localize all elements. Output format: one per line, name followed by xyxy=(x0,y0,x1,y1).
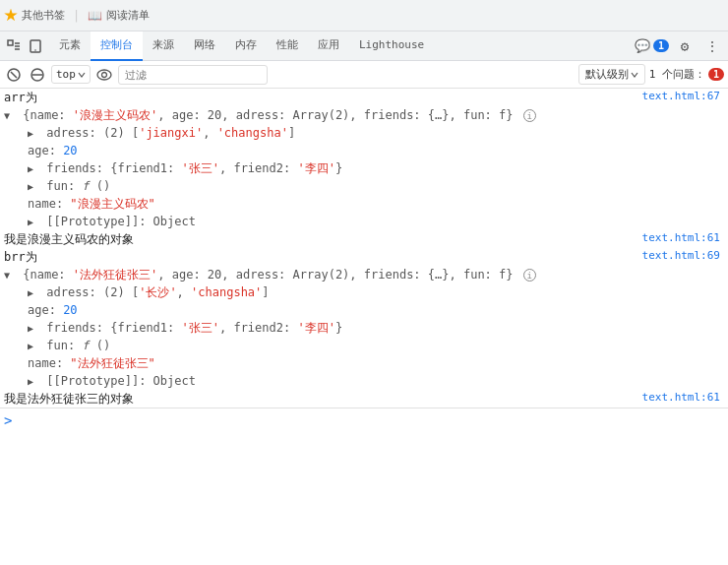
fun-expand-arrow[interactable] xyxy=(28,179,37,189)
reading-mode-icon: 📖 xyxy=(88,9,102,23)
svg-line-7 xyxy=(11,72,17,78)
tab-console[interactable]: 控制台 xyxy=(91,31,143,61)
friends2-row: friends: {friend1: '张三', friend2: '李四'} … xyxy=(0,319,728,337)
console-toolbar-right: 默认级别 1 个问题： 1 xyxy=(578,64,724,85)
friends-expand-arrow[interactable] xyxy=(28,161,37,171)
arr-label: arr为 xyxy=(4,91,37,104)
tab-memory[interactable]: 内存 xyxy=(225,31,267,61)
arr-obj-row: {name: '浪漫主义码农', age: 20, adress: Array(… xyxy=(0,106,728,124)
message-badge-area: 💬 1 xyxy=(635,38,669,53)
info-icon-1[interactable]: i xyxy=(523,109,536,122)
name-row: name: "浪漫主义码农" _ xyxy=(0,195,728,213)
brr-obj-source: _ xyxy=(639,266,728,280)
prototype1-row: [[Prototype]]: Object _ xyxy=(0,213,728,230)
tab-application[interactable]: 应用 xyxy=(308,31,349,61)
adress2-row: adress: (2) ['长沙', 'changsha'] _ xyxy=(0,283,728,301)
fun-row: fun: f () _ xyxy=(0,177,728,195)
svg-rect-0 xyxy=(8,40,13,45)
eye-button[interactable] xyxy=(94,65,114,85)
device-icon[interactable] xyxy=(26,36,45,56)
arr-name-val: '浪漫主义码农' xyxy=(73,108,157,122)
no-entry-button[interactable] xyxy=(28,65,47,85)
prototype1-expand-arrow[interactable] xyxy=(28,215,37,224)
name2-source: _ xyxy=(639,354,728,368)
brr-expand-arrow[interactable] xyxy=(4,268,14,278)
msg1-source[interactable]: text.html:61 xyxy=(639,230,728,244)
svg-point-5 xyxy=(34,49,36,51)
console-prompt: > xyxy=(0,408,728,432)
top-bar: 其他书签 | 📖 阅读清单 xyxy=(0,0,728,31)
prompt-symbol: > xyxy=(4,412,12,428)
prototype2-source: _ xyxy=(639,372,728,386)
name-source: _ xyxy=(639,195,728,209)
tab-lighthouse[interactable]: Lighthouse xyxy=(349,31,434,61)
console-toolbar: top 默认级别 1 个问题： 1 xyxy=(0,61,728,89)
bookmark-star-icon xyxy=(4,9,18,23)
arr-label-row: arr为 text.html:67 xyxy=(0,89,728,106)
main-area: top 默认级别 1 个问题： 1 arr为 text.h xyxy=(0,61,728,565)
msg1-text: 我是浪漫主义码农的对象 xyxy=(4,232,134,246)
devtools-tab-right: 💬 1 ⚙ ⋮ xyxy=(635,34,724,58)
divider: | xyxy=(73,9,80,23)
filter-input[interactable] xyxy=(118,65,268,85)
arr-name-key: name: xyxy=(30,108,72,122)
message-icon: 💬 xyxy=(635,38,650,53)
issues-count-badge: 1 xyxy=(708,68,724,81)
bookmark-label: 其他书签 xyxy=(22,8,65,23)
context-dropdown[interactable]: top xyxy=(51,65,91,84)
brr-obj-row: {name: '法外狂徒张三', age: 20, adress: Array(… xyxy=(0,266,728,283)
clear-console-button[interactable] xyxy=(4,65,24,85)
level-dropdown[interactable]: 默认级别 xyxy=(578,64,645,85)
fun2-row: fun: f () _ xyxy=(0,337,728,354)
age2-row: age: 20 _ xyxy=(0,301,728,319)
issues-area: 1 个问题： 1 xyxy=(649,67,724,82)
prototype1-source: _ xyxy=(639,213,728,226)
brr-label-row: brr为 text.html:69 xyxy=(0,248,728,266)
msg2-source[interactable]: text.html:61 xyxy=(639,390,728,404)
fun2-expand-arrow[interactable] xyxy=(28,339,37,348)
arr-source[interactable]: text.html:67 xyxy=(639,89,728,102)
arr-expand-arrow[interactable] xyxy=(4,108,14,118)
adress-expand-arrow[interactable] xyxy=(28,126,37,136)
devtools-tabs: 元素 控制台 来源 网络 内存 性能 应用 Lighthouse 💬 1 ⚙ ⋮ xyxy=(0,31,728,61)
tab-performance[interactable]: 性能 xyxy=(267,31,308,61)
adress-source: _ xyxy=(639,124,728,138)
arr-obj-source: _ xyxy=(639,106,728,120)
friends2-source: _ xyxy=(639,319,728,333)
tab-elements[interactable]: 元素 xyxy=(49,31,91,61)
age2-source: _ xyxy=(639,301,728,315)
adress2-source: _ xyxy=(639,283,728,297)
inspect-icon[interactable] xyxy=(4,36,24,56)
eye-icon xyxy=(96,69,112,81)
fun-source: _ xyxy=(639,177,728,191)
prototype2-expand-arrow[interactable] xyxy=(28,374,37,384)
svg-point-11 xyxy=(101,72,106,77)
msg2-text: 我是法外狂徒张三的对象 xyxy=(4,392,134,406)
tab-network[interactable]: 网络 xyxy=(184,31,225,61)
settings-button[interactable]: ⚙ xyxy=(673,34,697,58)
age-row: age: 20 _ xyxy=(0,142,728,159)
console-toolbar-left: top xyxy=(4,65,268,85)
age-val: 20 xyxy=(63,144,77,157)
friends-row: friends: {friend1: '张三', friend2: '李四'} … xyxy=(0,159,728,177)
msg1-row: 我是浪漫主义码农的对象 text.html:61 xyxy=(0,230,728,248)
more-button[interactable]: ⋮ xyxy=(700,34,724,58)
friends-source: _ xyxy=(639,159,728,173)
tab-sources[interactable]: 来源 xyxy=(143,31,184,61)
level-chevron-icon xyxy=(631,71,638,79)
svg-point-10 xyxy=(97,70,111,80)
age-source: _ xyxy=(639,142,728,156)
prototype2-row: [[Prototype]]: Object _ xyxy=(0,372,728,390)
chevron-down-icon xyxy=(78,71,86,79)
info-icon-2[interactable]: i xyxy=(523,269,536,282)
brr-source[interactable]: text.html:69 xyxy=(639,248,728,262)
console-body: arr为 text.html:67 {name: '浪漫主义码农', age: … xyxy=(0,89,728,565)
adress-row: adress: (2) ['jiangxi', 'changsha'] _ xyxy=(0,124,728,142)
name2-row: name: "法外狂徒张三" _ xyxy=(0,354,728,372)
adress2-expand-arrow[interactable] xyxy=(28,285,37,295)
brr-label: brr为 xyxy=(4,250,37,264)
bookmark-area: 其他书签 | 📖 阅读清单 xyxy=(4,8,150,23)
reading-mode-label: 阅读清单 xyxy=(106,8,150,23)
friends2-expand-arrow[interactable] xyxy=(28,321,37,331)
fun2-source: _ xyxy=(639,337,728,350)
